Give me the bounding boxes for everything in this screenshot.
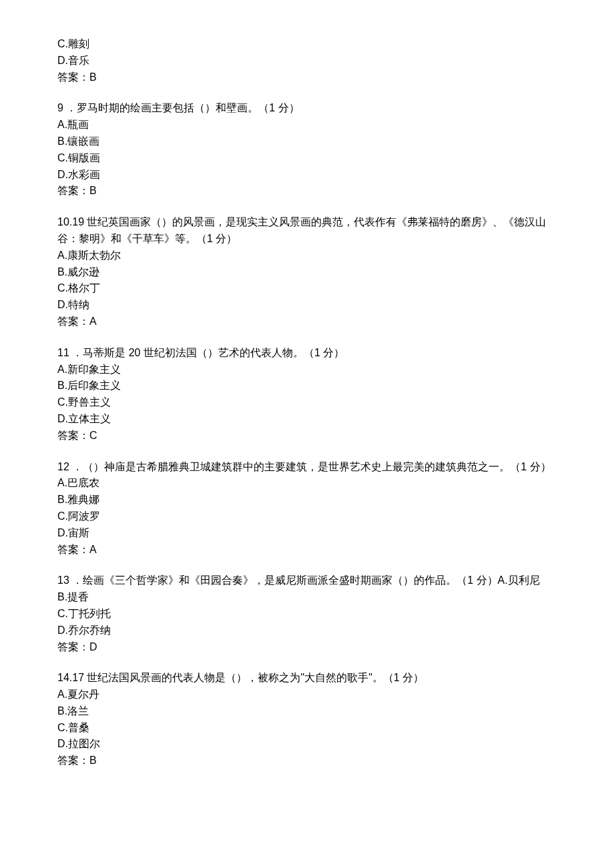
- option-c: C.阿波罗: [57, 508, 557, 525]
- question-stem: 11 ．马蒂斯是 20 世纪初法国（）艺术的代表人物。（1 分）: [57, 345, 557, 362]
- option-d: D.音乐: [57, 53, 557, 69]
- option-c: C.雕刻: [57, 36, 557, 53]
- option-c: C.铜版画: [57, 150, 557, 167]
- question-stem: 10.19 世纪英国画家（）的风景画，是现实主义风景画的典范，代表作有《弗莱福特…: [57, 214, 557, 248]
- question-stem: 13 ．绘画《三个哲学家》和《田园合奏》，是威尼斯画派全盛时期画家（）的作品。（…: [57, 572, 557, 589]
- option-d: D.乔尔乔纳: [57, 622, 557, 639]
- option-a: A.新印象主义: [57, 362, 557, 378]
- option-a: A.瓶画: [57, 117, 557, 133]
- option-c: C.格尔丁: [57, 280, 557, 297]
- option-d: D.水彩画: [57, 167, 557, 183]
- option-d: D.宙斯: [57, 525, 557, 542]
- option-c: C.普桑: [57, 720, 557, 737]
- answer-line: 答案：B: [57, 183, 557, 199]
- question-12: 12 ．（）神庙是古希腊雅典卫城建筑群中的主要建筑，是世界艺术史上最完美的建筑典…: [57, 459, 557, 558]
- option-d: D.拉图尔: [57, 736, 557, 753]
- question-stem: 12 ．（）神庙是古希腊雅典卫城建筑群中的主要建筑，是世界艺术史上最完美的建筑典…: [57, 459, 557, 476]
- option-b: B.雅典娜: [57, 492, 557, 508]
- answer-line: 答案：B: [57, 69, 557, 86]
- answer-line: 答案：C: [57, 428, 557, 444]
- option-a: A.康斯太勃尔: [57, 248, 557, 264]
- option-b: B.洛兰: [57, 703, 557, 720]
- answer-line: 答案：A: [57, 542, 557, 558]
- option-a: A.夏尔丹: [57, 687, 557, 703]
- question-stem: 9 ．罗马时期的绘画主要包括（）和壁画。（1 分）: [57, 100, 557, 117]
- question-8-partial: C.雕刻 D.音乐 答案：B: [57, 36, 557, 85]
- question-9: 9 ．罗马时期的绘画主要包括（）和壁画。（1 分） A.瓶画 B.镶嵌画 C.铜…: [57, 100, 557, 199]
- question-13: 13 ．绘画《三个哲学家》和《田园合奏》，是威尼斯画派全盛时期画家（）的作品。（…: [57, 572, 557, 655]
- option-b: B.后印象主义: [57, 378, 557, 394]
- option-b: B.提香: [57, 589, 557, 606]
- answer-line: 答案：B: [57, 753, 557, 769]
- option-a: A.巴底农: [57, 475, 557, 492]
- answer-line: 答案：D: [57, 639, 557, 656]
- question-10: 10.19 世纪英国画家（）的风景画，是现实主义风景画的典范，代表作有《弗莱福特…: [57, 214, 557, 330]
- option-c: C.丁托列托: [57, 606, 557, 622]
- option-b: B.威尔逊: [57, 264, 557, 281]
- option-d: D.特纳: [57, 297, 557, 314]
- question-stem: 14.17 世纪法国风景画的代表人物是（），被称之为"大自然的歌手"。（1 分）: [57, 670, 557, 687]
- question-11: 11 ．马蒂斯是 20 世纪初法国（）艺术的代表人物。（1 分） A.新印象主义…: [57, 345, 557, 444]
- option-b: B.镶嵌画: [57, 133, 557, 150]
- answer-line: 答案：A: [57, 314, 557, 330]
- question-14: 14.17 世纪法国风景画的代表人物是（），被称之为"大自然的歌手"。（1 分）…: [57, 670, 557, 769]
- option-c: C.野兽主义: [57, 394, 557, 411]
- option-d: D.立体主义: [57, 411, 557, 428]
